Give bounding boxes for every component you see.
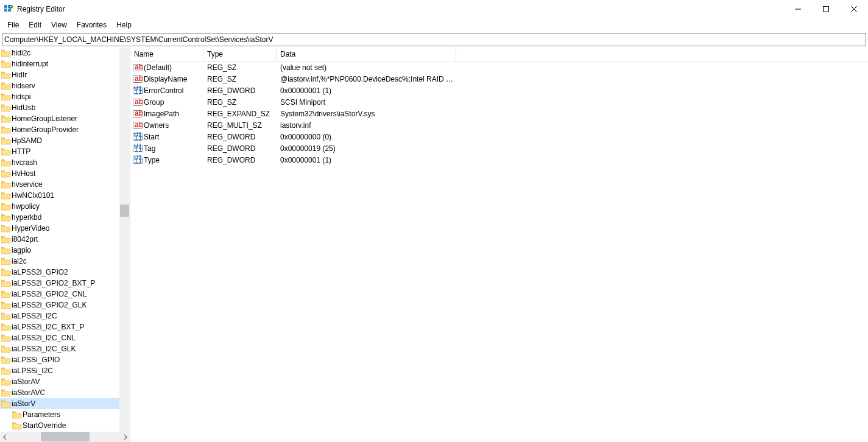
tree-item-hidspi[interactable]: hidspi [0,91,130,102]
tree-item-startoverride[interactable]: StartOverride [0,420,130,431]
svg-marker-74 [1,401,10,407]
tree-item-parameters[interactable]: Parameters [0,409,130,420]
tree-vertical-scrollbar[interactable] [119,47,130,432]
menu-view[interactable]: View [46,19,72,30]
tree-item-label: HidIr [12,71,27,79]
folder-icon [1,279,11,287]
tree-item-hwpolicy[interactable]: hwpolicy [0,201,130,212]
tree-horizontal-scrollbar[interactable] [0,432,130,442]
tree-item-iastorav[interactable]: iaStorAV [0,376,130,387]
tree-item-label: HTTP [12,147,30,156]
tree-item-label: iaStorAV [12,377,40,386]
value-row[interactable]: 011110ErrorControlREG_DWORD0x00000001 (1… [130,85,868,96]
svg-rect-45 [1,236,4,237]
address-bar[interactable]: Computer\HKEY_LOCAL_MACHINE\SYSTEM\Curre… [2,33,866,46]
tree-item-hvservice[interactable]: hvservice [0,179,130,190]
svg-text:ab: ab [135,97,143,106]
svg-marker-68 [1,368,10,374]
minimize-button[interactable] [784,0,812,18]
column-header-type[interactable]: Type [203,47,277,61]
tree-item-hvcrash[interactable]: hvcrash [0,157,130,168]
tree-item-ialpss2i_i2c_glk[interactable]: iaLPSS2i_I2C_GLK [0,343,130,354]
tree-vertical-scrollthumb[interactable] [120,205,129,217]
value-name: Tag [144,144,155,153]
tree-item-iastorv[interactable]: iaStorV [0,398,130,409]
folder-icon [12,422,22,430]
tree-item-hpsamd[interactable]: HpSAMD [0,135,130,146]
svg-rect-2 [4,9,7,12]
tree-item-hidserv[interactable]: hidserv [0,80,130,91]
scroll-right-arrow-icon[interactable] [119,432,130,442]
tree-h-track[interactable] [10,432,119,442]
tree-h-thumb[interactable] [41,432,90,441]
svg-rect-49 [1,258,4,259]
tree-item-homegroupprovider[interactable]: HomeGroupProvider [0,124,130,135]
value-row[interactable]: ab(Default)REG_SZ(value not set) [130,61,868,73]
tree-item-hypervideo[interactable]: HyperVideo [0,223,130,234]
tree-item-iai2c[interactable]: iai2c [0,256,130,267]
menu-favorites[interactable]: Favorites [72,19,111,30]
svg-rect-47 [1,247,4,248]
value-row[interactable]: abOwnersREG_MULTI_SZiastorv.inf [130,119,868,131]
tree-item-iagpio[interactable]: iagpio [0,245,130,256]
tree-item-ialpss2i_i2c[interactable]: iaLPSS2i_I2C [0,310,130,321]
menu-file[interactable]: File [2,19,24,30]
tree-item-hwnclx0101[interactable]: HwNClx0101 [0,190,130,201]
tree-item-hidinterrupt[interactable]: hidinterrupt [0,58,130,69]
value-row[interactable]: 011110TypeREG_DWORD0x00000001 (1) [130,154,868,166]
tree-item-label: iaStorAVC [12,388,45,397]
window-title: Registry Editor [17,5,65,13]
svg-rect-39 [1,203,4,205]
tree-item-ialpss2i_gpio2_cnl[interactable]: iaLPSS2i_GPIO2_CNL [0,289,130,300]
tree-item-ialpss2i_gpio2[interactable]: iaLPSS2i_GPIO2 [0,267,130,278]
svg-marker-46 [1,248,10,254]
tree-item-ialpss2i_i2c_bxt_p[interactable]: iaLPSS2i_I2C_BXT_P [0,321,130,332]
folder-icon [12,411,22,419]
value-name: ImagePath [144,110,179,118]
svg-marker-12 [1,61,10,68]
tree-item-ialpss2i_gpio2_bxt_p[interactable]: iaLPSS2i_GPIO2_BXT_P [0,278,130,289]
value-row[interactable]: 011110StartREG_DWORD0x00000000 (0) [130,131,868,142]
tree-item-hidi2c[interactable]: hidi2c [0,47,130,58]
tree-item-label: HwNClx0101 [12,191,54,200]
tree-item-hidir[interactable]: HidIr [0,69,130,80]
close-button[interactable] [840,0,868,18]
menu-help[interactable]: Help [111,19,136,30]
menubar: File Edit View Favorites Help [0,18,868,32]
value-name: ErrorControl [144,86,183,95]
value-row[interactable]: 011110TagREG_DWORD0x00000019 (25) [130,142,868,154]
scroll-left-arrow-icon[interactable] [0,432,10,442]
menu-edit[interactable]: Edit [24,19,46,30]
tree-item-ialpssi_gpio[interactable]: iaLPSSi_GPIO [0,354,130,365]
value-row[interactable]: abGroupREG_SZSCSI Miniport [130,96,868,108]
tree-item-label: iaLPSSi_GPIO [12,356,60,364]
tree-scroll[interactable]: hidi2chidinterruptHidIrhidservhidspiHidU… [0,47,130,432]
tree-item-homegrouplistener[interactable]: HomeGroupListener [0,113,130,124]
column-header-data[interactable]: Data [277,47,456,61]
tree-item-ialpssi_i2c[interactable]: iaLPSSi_I2C [0,365,130,376]
value-type: REG_DWORD [203,86,277,95]
tree-item-hyperkbd[interactable]: hyperkbd [0,212,130,223]
value-row[interactable]: abImagePathREG_EXPAND_SZSystem32\drivers… [130,108,868,119]
maximize-button[interactable] [812,0,840,18]
svg-marker-32 [1,171,10,177]
list-body[interactable]: ab(Default)REG_SZ(value not set)abDispla… [130,61,868,442]
tree-item-hvhost[interactable]: HvHost [0,168,130,179]
tree-item-label: hvservice [12,180,43,189]
tree-item-http[interactable]: HTTP [0,146,130,157]
column-header-name[interactable]: Name [130,47,203,61]
value-data: @iastorv.inf,%*PNP0600.DeviceDesc%;Intel… [277,75,456,83]
folder-icon [1,378,11,386]
svg-marker-48 [1,259,10,265]
value-type: REG_SZ [203,98,277,107]
tree-item-i8042prt[interactable]: i8042prt [0,234,130,245]
svg-text:ab: ab [135,63,143,71]
tree-item-iastoravc[interactable]: iaStorAVC [0,387,130,398]
tree-item-label: iaLPSS2i_I2C_CNL [12,334,76,342]
svg-rect-53 [1,280,4,281]
tree-item-label: Parameters [23,410,60,419]
tree-item-ialpss2i_gpio2_glk[interactable]: iaLPSS2i_GPIO2_GLK [0,300,130,310]
tree-item-ialpss2i_i2c_cnl[interactable]: iaLPSS2i_I2C_CNL [0,332,130,343]
tree-item-hidusb[interactable]: HidUsb [0,102,130,113]
value-row[interactable]: abDisplayNameREG_SZ@iastorv.inf,%*PNP060… [130,73,868,85]
